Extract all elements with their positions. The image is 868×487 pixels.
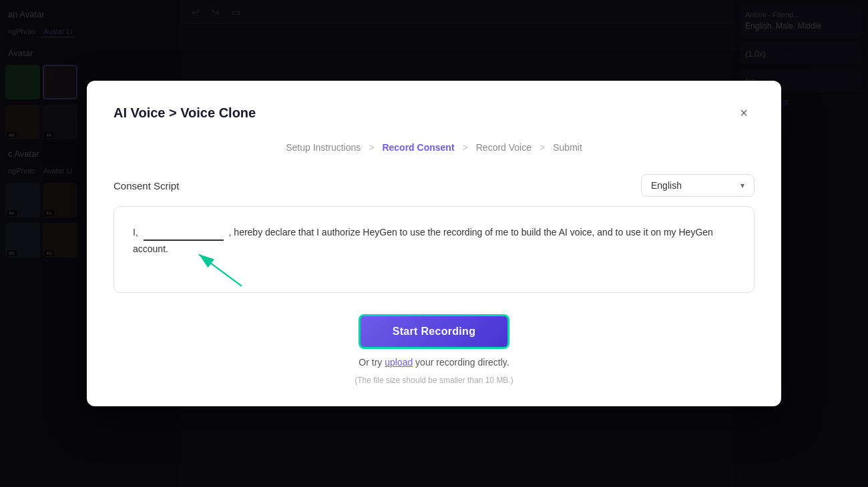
upload-link[interactable]: upload bbox=[385, 357, 413, 368]
step-sep-2: > bbox=[463, 142, 468, 153]
language-select-button[interactable]: English ▾ bbox=[641, 174, 754, 197]
step-setup-instructions: Setup Instructions bbox=[286, 142, 361, 153]
upload-note: (The file size should be smaller than 10… bbox=[355, 376, 513, 385]
step-sep-3: > bbox=[539, 142, 545, 153]
modal-header: AI Voice > Voice Clone × bbox=[114, 102, 754, 123]
consent-header: Consent Script English ▾ bbox=[114, 174, 754, 197]
consent-script-text: I, , hereby declare that I authorize Hey… bbox=[133, 223, 735, 258]
steps-breadcrumb: Setup Instructions > Record Consent > Re… bbox=[114, 142, 754, 153]
consent-section-label: Consent Script bbox=[114, 180, 179, 191]
modal-close-button[interactable]: × bbox=[733, 102, 754, 123]
consent-script-box: I, , hereby declare that I authorize Hey… bbox=[114, 206, 754, 293]
start-recording-button[interactable]: Start Recording bbox=[359, 314, 510, 349]
upload-text-after: your recording directly. bbox=[413, 357, 509, 368]
upload-text: Or try upload your recording directly. bbox=[359, 357, 509, 368]
step-record-voice: Record Voice bbox=[476, 142, 531, 153]
step-submit: Submit bbox=[553, 142, 582, 153]
voice-clone-modal: AI Voice > Voice Clone × Setup Instructi… bbox=[87, 81, 781, 406]
modal-backdrop: AI Voice > Voice Clone × Setup Instructi… bbox=[0, 0, 868, 487]
step-record-consent: Record Consent bbox=[382, 142, 454, 153]
svg-line-1 bbox=[199, 254, 242, 286]
step-sep-1: > bbox=[369, 142, 374, 153]
script-prefix: I, bbox=[133, 227, 138, 237]
script-name-blank bbox=[144, 223, 224, 241]
modal-title: AI Voice > Voice Clone bbox=[114, 105, 256, 121]
action-area: Start Recording Or try upload your recor… bbox=[114, 314, 754, 385]
language-chevron-icon: ▾ bbox=[740, 181, 744, 190]
language-value: English bbox=[651, 180, 682, 191]
upload-text-before: Or try bbox=[359, 357, 385, 368]
